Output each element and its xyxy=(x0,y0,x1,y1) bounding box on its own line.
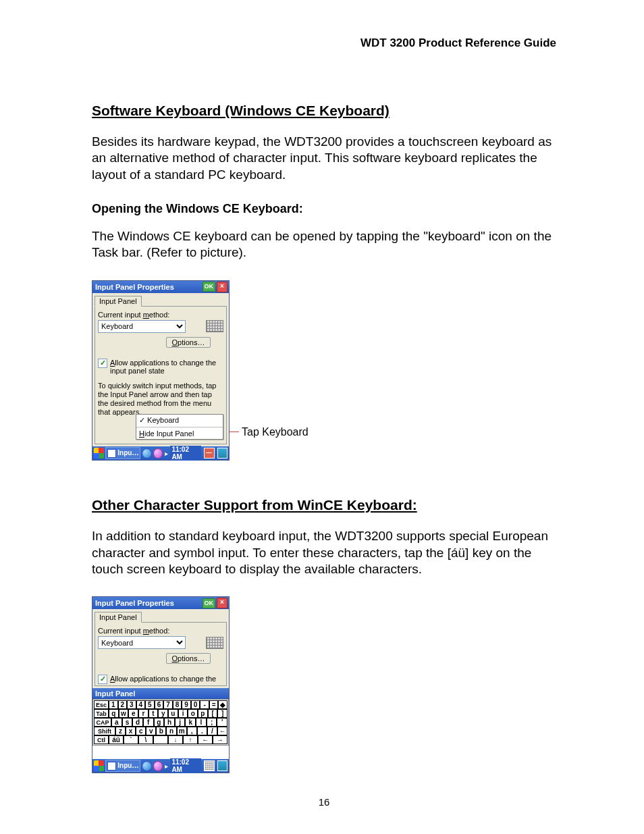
osk-key[interactable]: 2 xyxy=(118,700,128,709)
osk-key[interactable]: ; xyxy=(207,718,217,727)
osk-key[interactable]: 4 xyxy=(136,700,146,709)
tab-input-panel[interactable]: Input Panel xyxy=(95,612,142,623)
osk-key[interactable]: Esc xyxy=(94,700,109,709)
osk-row-1: Esc1234567890-=◆ xyxy=(94,700,227,709)
tray-flag-icon[interactable] xyxy=(204,448,214,459)
osk-key[interactable]: [ xyxy=(208,709,218,718)
osk-key[interactable]: f xyxy=(143,718,154,727)
tray-clock: 11:02 AM xyxy=(170,446,201,461)
osk-key[interactable]: 7 xyxy=(163,700,173,709)
osk-key[interactable]: j xyxy=(175,718,186,727)
panel-body: Current input method: Keyboard Options… … xyxy=(95,306,227,445)
osk-key[interactable]: → xyxy=(213,735,227,744)
osk-key[interactable]: p xyxy=(198,709,208,718)
osk-key[interactable]: 6 xyxy=(155,700,164,709)
osk-key[interactable]: 0 xyxy=(191,700,200,709)
osk-key[interactable]: / xyxy=(207,727,217,735)
osk-key[interactable]: s xyxy=(122,718,133,727)
panel-body: Current input method: Keyboard Options… … xyxy=(95,622,227,686)
heading-other-char-support: Other Character Support from WinCE Keybo… xyxy=(92,497,556,513)
tray-arrow-icon[interactable]: ▸ xyxy=(165,762,168,770)
osk-key[interactable]: ' xyxy=(217,718,227,727)
osk-key[interactable]: b xyxy=(156,727,166,735)
osk-key[interactable]: ◆ xyxy=(218,700,227,709)
osk-key[interactable]: 1 xyxy=(109,700,118,709)
osk-key[interactable]: d xyxy=(132,718,143,727)
osk-key[interactable]: ↑ xyxy=(183,735,198,744)
osk-key[interactable]: v xyxy=(146,727,156,735)
osk-key[interactable]: ← xyxy=(217,727,227,735)
osk-key[interactable]: m xyxy=(177,727,187,735)
globe-icon[interactable] xyxy=(142,761,151,771)
ok-button[interactable]: OK xyxy=(203,598,216,608)
osk-key[interactable]: h xyxy=(164,718,175,727)
osk-key[interactable]: ← xyxy=(198,735,213,744)
taskbar-app-button[interactable]: Inpu… xyxy=(105,760,140,772)
callout-tap-keyboard: Tap Keyboard xyxy=(230,426,308,438)
osk-key[interactable]: Ctl xyxy=(94,735,109,744)
osk-key[interactable]: ` xyxy=(124,735,138,744)
osk-key[interactable]: 9 xyxy=(182,700,191,709)
osk-key[interactable]: - xyxy=(200,700,209,709)
osk-key[interactable]: \ xyxy=(138,735,153,744)
osk-key[interactable]: = xyxy=(209,700,219,709)
tray-network-icon[interactable] xyxy=(217,760,227,771)
popup-item-keyboard[interactable]: Keyboard xyxy=(136,415,223,426)
window-title: Input Panel Properties xyxy=(94,599,203,607)
osk-key[interactable]: i xyxy=(178,709,188,718)
osk-key[interactable]: , xyxy=(187,727,197,735)
osk-key[interactable]: g xyxy=(154,718,165,727)
osk-key[interactable]: y xyxy=(158,709,168,718)
osk-titlebar: Input Panel xyxy=(92,688,229,699)
osk-key[interactable]: x xyxy=(126,727,136,735)
osk-key[interactable]: c xyxy=(136,727,146,735)
osk-key[interactable]: o xyxy=(188,709,198,718)
osk-key[interactable]: n xyxy=(166,727,176,735)
taskbar-app-button[interactable]: Inpu… xyxy=(105,447,140,459)
osk-key[interactable]: 3 xyxy=(127,700,136,709)
osk-key[interactable]: l xyxy=(196,718,207,727)
osk-key[interactable] xyxy=(153,735,168,744)
osk-key[interactable]: ] xyxy=(217,709,227,718)
start-icon[interactable] xyxy=(94,448,104,459)
osk-key[interactable]: Tab xyxy=(94,709,109,718)
doc-icon xyxy=(107,449,116,458)
tab-input-panel[interactable]: Input Panel xyxy=(95,296,142,307)
osk-key[interactable]: w xyxy=(119,709,129,718)
ok-button[interactable]: OK xyxy=(203,282,216,292)
tray-network-icon[interactable] xyxy=(217,448,227,459)
osk-key[interactable]: CAP xyxy=(94,718,111,727)
osk-key[interactable]: t xyxy=(149,709,159,718)
globe-icon[interactable] xyxy=(142,448,151,459)
osk-key[interactable]: Shift xyxy=(94,727,115,735)
tray-keyboard-icon[interactable] xyxy=(204,760,214,771)
osk-key[interactable]: u xyxy=(168,709,178,718)
osk-key[interactable]: áü xyxy=(109,735,124,744)
options-button[interactable]: Options… xyxy=(166,653,211,664)
close-icon[interactable]: × xyxy=(217,282,227,292)
tray-arrow-icon[interactable]: ▸ xyxy=(165,450,168,457)
heading-opening-ce: Opening the Windows CE Keyboard: xyxy=(92,202,556,216)
checkbox-allow-apps[interactable]: ✓ Allow applications to change the xyxy=(98,675,223,684)
osk-key[interactable]: 5 xyxy=(145,700,155,709)
input-method-popup: Keyboard Hide Input Panel xyxy=(136,414,223,440)
checkbox-allow-apps[interactable]: ✓ Allow applications to change the input… xyxy=(98,359,223,375)
close-icon[interactable]: × xyxy=(217,598,227,608)
osk-key[interactable]: e xyxy=(128,709,138,718)
osk-key[interactable]: z xyxy=(115,727,126,735)
combo-input-method[interactable]: Keyboard xyxy=(98,320,186,333)
keyboard-preview-icon xyxy=(206,637,223,649)
globe-icon-2[interactable] xyxy=(153,761,163,771)
osk-key[interactable]: k xyxy=(185,718,196,727)
options-button[interactable]: Options… xyxy=(166,337,211,348)
osk-key[interactable]: a xyxy=(111,718,122,727)
osk-key[interactable]: r xyxy=(138,709,149,718)
popup-item-hide[interactable]: Hide Input Panel xyxy=(136,428,223,439)
combo-input-method[interactable]: Keyboard xyxy=(98,636,186,649)
osk-key[interactable]: q xyxy=(109,709,119,718)
osk-key[interactable]: ↓ xyxy=(168,735,183,744)
globe-icon-2[interactable] xyxy=(153,448,163,459)
osk-key[interactable]: . xyxy=(197,727,207,735)
start-icon[interactable] xyxy=(94,760,104,771)
osk-key[interactable]: 8 xyxy=(173,700,182,709)
